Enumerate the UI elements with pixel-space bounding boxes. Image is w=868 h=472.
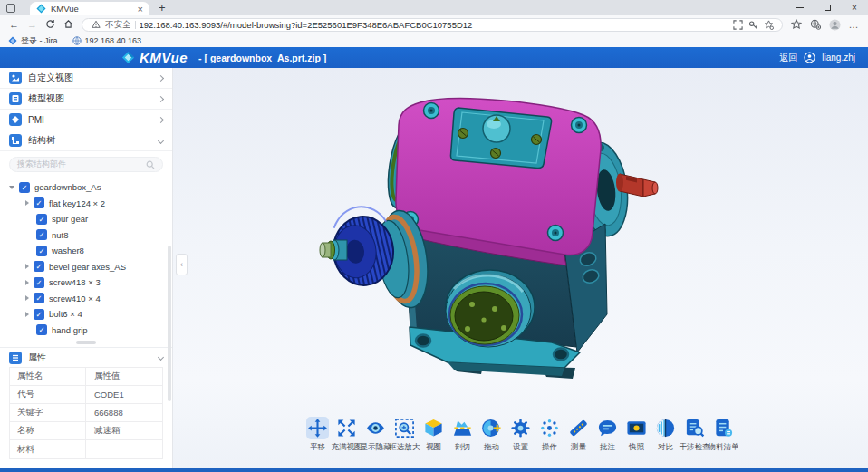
window-maximize-button[interactable] <box>814 0 841 15</box>
fullscreen-arrows-icon[interactable] <box>732 19 744 31</box>
tree-caret-right-icon[interactable] <box>25 280 29 285</box>
tool-label: 测量 <box>571 442 586 453</box>
properties-panel-header[interactable]: 属性 <box>0 347 172 367</box>
back-icon[interactable]: ← <box>5 16 23 33</box>
tree-item-label: washer8 <box>52 246 84 255</box>
tool-drag[interactable]: 拖动 <box>478 417 506 453</box>
favorites-star-icon[interactable] <box>763 19 775 31</box>
tab-close-icon[interactable]: × <box>138 5 143 14</box>
collections-icon[interactable] <box>787 17 805 32</box>
tree-item[interactable]: ✓flat key124 × 2 <box>0 196 172 212</box>
url-field[interactable]: 不安全 192.168.40.163:9093/#/model-browsing… <box>82 18 783 32</box>
tree-item-label: nut8 <box>52 230 69 240</box>
window-minimize-button[interactable] <box>786 0 814 15</box>
browser-tab[interactable]: KMVue × <box>30 2 149 15</box>
browser-tab-strip: KMVue × + × <box>0 0 868 15</box>
security-label[interactable]: 不安全 <box>105 19 131 31</box>
tree-caret-right-icon[interactable] <box>25 200 29 206</box>
tab-workspaces-icon[interactable] <box>6 4 15 13</box>
document-name: - [ geardownbox_As.prt.zip ] <box>198 53 326 63</box>
tool-settings[interactable]: 设置 <box>507 417 535 453</box>
sidebar-panel-header[interactable]: PMI <box>0 110 172 130</box>
tool-measure[interactable]: 测量 <box>565 417 593 453</box>
tree-checkbox[interactable]: ✓ <box>36 246 47 256</box>
panel-label: 结构树 <box>28 134 152 147</box>
model-3d-gearbox[interactable] <box>318 81 680 425</box>
browser-essentials-icon[interactable] <box>806 17 825 32</box>
tool-label: 物料清单 <box>709 442 739 453</box>
tree-caret-down-icon[interactable] <box>9 186 14 189</box>
tool-interference-check[interactable]: 干涉检查 <box>681 417 709 453</box>
search-placeholder: 搜索结构部件 <box>17 159 146 170</box>
password-key-icon[interactable] <box>747 19 759 31</box>
tree-checkbox[interactable]: ✓ <box>19 182 30 193</box>
panel-label: PMI <box>28 115 152 125</box>
sidebar-collapse-button[interactable]: ‹ <box>176 254 188 275</box>
app-logo: KMVue - [ geardownbox_As.prt.zip ] <box>121 50 326 65</box>
tool-pan[interactable]: 平移 <box>304 417 332 453</box>
tree-item[interactable]: ✓nut8 <box>0 227 172 244</box>
tree-item-label: bolt6 × 4 <box>49 309 82 319</box>
sidebar-scrollbar[interactable] <box>168 246 171 401</box>
tool-view-cube[interactable]: 视图 <box>420 417 448 453</box>
tree-caret-right-icon[interactable] <box>25 312 29 317</box>
tree-caret-right-icon[interactable] <box>25 295 29 301</box>
tree-checkbox[interactable]: ✓ <box>36 324 47 335</box>
refresh-icon[interactable] <box>42 16 59 33</box>
tree-checkbox[interactable]: ✓ <box>34 309 44 320</box>
resize-handle[interactable] <box>76 341 96 344</box>
tool-label: 剖切 <box>455 442 470 453</box>
bookmark-item[interactable]: 登录 - Jira <box>8 35 58 47</box>
sidebar-panel-header[interactable]: 自定义视图 <box>0 68 172 89</box>
tool-label: 拖动 <box>484 442 499 453</box>
tool-fit-view[interactable]: 充满视图 <box>333 417 361 453</box>
tree-item-label: screw418 × 3 <box>49 277 101 287</box>
properties-row: 材料 <box>10 440 162 458</box>
properties-row: 名称减速箱 <box>10 422 162 440</box>
settings-more-icon[interactable]: … <box>844 17 863 32</box>
tool-operate[interactable]: 操作 <box>536 417 564 453</box>
tool-bom[interactable]: 物料清单 <box>710 417 738 453</box>
new-tab-button[interactable]: + <box>159 2 166 14</box>
tree-item[interactable]: ✓bevel gear axes_AS <box>0 259 172 275</box>
tool-compare[interactable]: 对比 <box>652 417 680 453</box>
tool-label: 充满视图 <box>332 442 362 453</box>
profile-avatar[interactable] <box>825 17 844 32</box>
tree-checkbox[interactable]: ✓ <box>36 229 47 240</box>
url-text[interactable]: 192.168.40.163:9093/#/model-browsing?id=… <box>140 20 729 30</box>
model-view-icon <box>9 92 22 105</box>
tool-label: 干涉检查 <box>680 442 710 453</box>
sidebar-panel-header[interactable]: 模型视图 <box>0 89 172 110</box>
tree-checkbox[interactable]: ✓ <box>36 214 47 225</box>
back-button[interactable]: 返回 <box>779 52 797 64</box>
properties-title: 属性 <box>28 352 152 364</box>
tree-checkbox[interactable]: ✓ <box>34 197 44 208</box>
structure-search-input[interactable]: 搜索结构部件 <box>9 157 163 172</box>
window-close-button[interactable]: × <box>841 0 868 15</box>
tree-item[interactable]: ✓spur gear <box>0 211 172 227</box>
tree-item[interactable]: ✓screw418 × 3 <box>0 275 172 291</box>
bookmark-item[interactable]: 192.168.40.163 <box>72 36 142 45</box>
tool-show-hide[interactable]: 显示隐藏 <box>362 417 390 453</box>
tool-box-zoom[interactable]: 框选放大 <box>391 417 419 453</box>
username-label[interactable]: liang.zhj <box>822 53 855 63</box>
tool-section[interactable]: 剖切 <box>449 417 477 453</box>
tree-checkbox[interactable]: ✓ <box>34 293 44 303</box>
forward-icon[interactable]: → <box>24 16 41 33</box>
sidebar-panel-header[interactable]: 结构树 <box>0 130 172 151</box>
tool-snapshot[interactable]: 快照 <box>623 417 651 453</box>
tree-checkbox[interactable]: ✓ <box>34 261 44 272</box>
home-icon[interactable] <box>60 16 77 33</box>
tree-item[interactable]: ✓hand grip <box>0 323 172 339</box>
tree-checkbox[interactable]: ✓ <box>34 277 44 288</box>
tree-item[interactable]: ✓geardownbox_As <box>0 179 172 196</box>
tree-item-label: screw410 × 4 <box>49 294 101 303</box>
tree-item[interactable]: ✓bolt6 × 4 <box>0 306 172 323</box>
tree-item-label: bevel gear axes_AS <box>49 262 126 272</box>
window-controls: × <box>786 0 868 15</box>
tree-item[interactable]: ✓washer8 <box>0 243 172 259</box>
model-viewport[interactable]: ‹ <box>173 68 868 468</box>
tool-annotate[interactable]: 批注 <box>594 417 622 453</box>
tree-item[interactable]: ✓screw410 × 4 <box>0 291 172 307</box>
tree-caret-right-icon[interactable] <box>25 264 29 269</box>
